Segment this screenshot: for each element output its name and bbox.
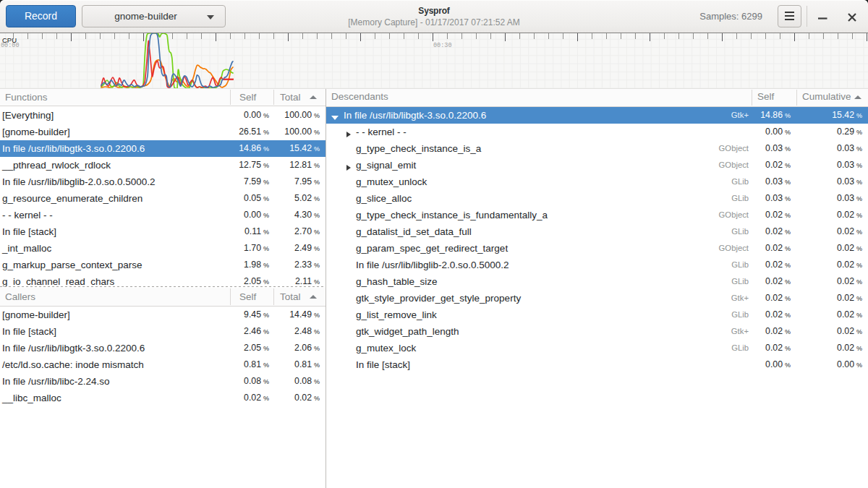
svg-text:00:00: 00:00 [1,42,20,49]
svg-text:00:30: 00:30 [433,42,452,49]
